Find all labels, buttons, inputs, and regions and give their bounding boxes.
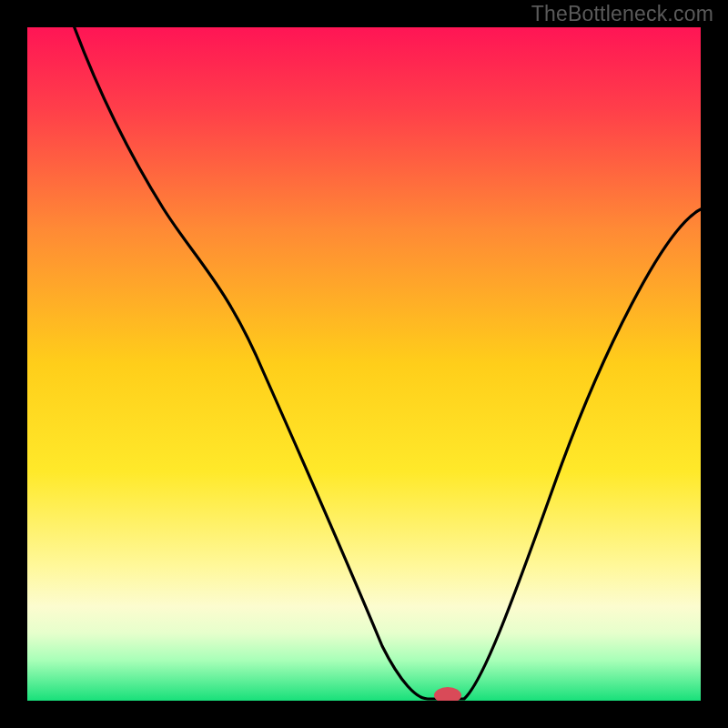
- watermark-text: TheBottleneck.com: [531, 2, 713, 26]
- chart-svg: [27, 27, 701, 701]
- chart-frame: TheBottleneck.com: [0, 0, 728, 728]
- plot-area: [27, 27, 701, 701]
